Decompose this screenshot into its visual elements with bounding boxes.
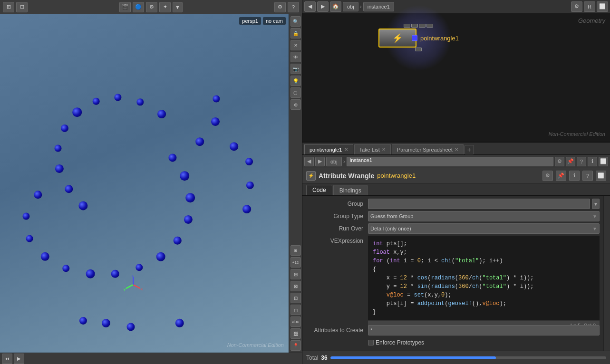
side-btn-cam[interactable]: 📷 (290, 64, 301, 74)
node-graph[interactable]: ◀ ▶ 🏠 obj › instance1 ⚙ R ⬜ Geometry (302, 0, 610, 143)
run-over-dropdown[interactable]: Detail (only once) ▼ (368, 223, 600, 234)
tab-close-2[interactable]: ✕ (455, 147, 458, 152)
nav-help-btn[interactable]: ? (577, 157, 586, 166)
tabs-bar: pointwrangle1 ✕ Take List ✕ Parameter Sp… (302, 143, 610, 155)
node-container[interactable]: ⚡ pointwrangle1 (378, 24, 459, 52)
tab-takelist[interactable]: Take List ✕ (354, 144, 391, 154)
ng-btn-fwd[interactable]: ▶ (317, 1, 329, 12)
total-label: Total (306, 354, 318, 361)
side-btn-sel3[interactable]: ⊠ (290, 281, 301, 291)
tab-bindings[interactable]: Bindings (333, 185, 368, 195)
attributes-input[interactable] (368, 325, 600, 335)
side-btn-sel5[interactable]: ◻ (290, 305, 301, 315)
node-port-in2[interactable] (411, 24, 418, 28)
op-expand-btn[interactable]: ⬜ (596, 171, 606, 181)
tab-close-0[interactable]: ✕ (344, 147, 348, 152)
node-box[interactable]: ⚡ pointwrangle1 (378, 24, 459, 52)
side-btn-light[interactable]: 💡 (290, 76, 301, 86)
ng-btn-home[interactable]: 🏠 (330, 1, 341, 12)
nav-expand-btn[interactable]: ⬜ (599, 157, 608, 166)
node-port-in1[interactable] (404, 24, 410, 28)
side-btn-obj[interactable]: ⬡ (290, 87, 301, 98)
help-btn[interactable]: ⚙ (274, 2, 286, 12)
side-btn-1[interactable]: 🔍 (290, 16, 301, 27)
side-btn-lock[interactable]: 🔒 (290, 28, 301, 38)
viewport-dot-0 (157, 110, 166, 118)
run-over-arrow: ▼ (592, 226, 597, 231)
dots-container (0, 14, 289, 353)
side-btn-x[interactable]: ✕ (290, 40, 301, 50)
tab-pointwrangle1[interactable]: pointwrangle1 ✕ (304, 144, 353, 154)
op-pin-btn[interactable]: 📌 (556, 171, 566, 181)
nav-path-input[interactable]: instance1 (347, 157, 553, 166)
node-header-row: ⚡ pointwrangle1 (378, 29, 459, 48)
side-btn-abc[interactable]: abc (290, 316, 301, 327)
params-scroll-right[interactable] (603, 196, 610, 351)
code-tabs: Code Bindings (302, 183, 610, 196)
tab-spreadsheet[interactable]: Parameter Spreadsheet ✕ (392, 144, 464, 154)
toolbar-btn-1[interactable]: ⊞ (3, 2, 14, 12)
nav-pin-btn[interactable]: 📌 (566, 157, 575, 166)
tab-code[interactable]: Code (306, 185, 332, 195)
group-input[interactable] (368, 199, 590, 209)
code-line-10: } (373, 308, 595, 316)
nav-fwd-btn[interactable]: ▶ (315, 157, 325, 166)
node-port-in4[interactable] (426, 24, 433, 28)
side-btn-loc[interactable]: 📍 (290, 340, 301, 351)
viewport-area[interactable]: persp1 no cam x y z Non-Commercial Editi… (0, 14, 289, 353)
node-bottom-ports (378, 48, 459, 51)
tab-add-btn[interactable]: + (465, 145, 474, 154)
op-header: ⚡ Attribute Wrangle pointwrangle1 ⚙ 📌 ℹ … (302, 168, 610, 183)
node-port-out[interactable] (415, 48, 422, 51)
node-flag[interactable] (412, 35, 417, 41)
group-expand-btn[interactable]: ▼ (592, 199, 600, 209)
ng-btn-r[interactable]: R (584, 1, 595, 12)
viewport-dot-15 (86, 269, 95, 278)
bottom-progress (330, 356, 606, 359)
nav-info-btn[interactable]: ℹ (588, 157, 597, 166)
viewport-dot-29 (246, 182, 254, 189)
op-settings-btn[interactable]: ⚙ (542, 171, 553, 181)
enforce-checkbox[interactable] (368, 340, 374, 345)
toolbar-btn-render[interactable]: 🔵 (133, 2, 144, 12)
side-btn-img[interactable]: 🖼 (290, 328, 301, 339)
tab-close-1[interactable]: ✕ (382, 147, 386, 152)
ng-path-instance1[interactable]: instance1 (363, 2, 394, 11)
node-top-ports (378, 24, 459, 28)
viewport-dot-9 (78, 201, 87, 210)
side-btn-sel2[interactable]: ⊟ (290, 269, 301, 279)
code-editor[interactable]: int pts[]; float x,y; for (int i = 0; i … (368, 236, 600, 321)
toolbar-btn-3[interactable]: ⚙ (146, 2, 157, 12)
viewport-dot-6 (55, 145, 62, 152)
nav-back-btn[interactable]: ◀ (304, 157, 314, 166)
help-btn2[interactable]: ? (288, 2, 299, 12)
nav-settings-btn[interactable]: ⚙ (555, 157, 564, 166)
ng-settings[interactable]: ⚙ (571, 1, 582, 12)
side-btn-eye[interactable]: 👁 (290, 52, 301, 62)
nav-path-obj[interactable]: obj (326, 157, 342, 166)
op-info-btn[interactable]: ℹ (569, 171, 580, 181)
ng-btn-back[interactable]: ◀ (304, 1, 316, 12)
toolbar-btn-2[interactable]: ⊡ (16, 2, 28, 12)
ng-btn-maximize[interactable]: ⬜ (597, 1, 608, 12)
toolbar-dropdown-1[interactable]: ▼ (173, 2, 183, 12)
ng-path-obj[interactable]: obj (343, 2, 358, 11)
side-btn-handle[interactable]: ⊞ (290, 245, 301, 256)
group-row: Group ▼ (302, 198, 603, 210)
params-content: Group ▼ Group Type Guess from Group ▼ (302, 196, 603, 351)
svg-text:z: z (132, 275, 134, 278)
op-help-btn[interactable]: ? (582, 171, 593, 181)
group-type-dropdown[interactable]: Guess from Group ▼ (368, 211, 600, 221)
svg-line-0 (133, 285, 140, 288)
node-port-in3[interactable] (419, 24, 426, 28)
lb-btn-2[interactable]: ▶ (14, 354, 24, 364)
toolbar-btn-4[interactable]: ✦ (159, 2, 171, 12)
toolbar-btn-scene[interactable]: 🎬 (119, 2, 131, 12)
viewport-dot-19 (174, 237, 182, 245)
node-main[interactable]: ⚡ (378, 29, 416, 48)
viewport-dot-27 (230, 142, 238, 151)
side-btn-sel1[interactable]: +12 (290, 257, 301, 268)
lb-btn-1[interactable]: ⏮ (2, 354, 12, 364)
side-btn-snap[interactable]: ⊕ (290, 99, 301, 110)
side-btn-sel4[interactable]: ⊡ (290, 293, 301, 303)
